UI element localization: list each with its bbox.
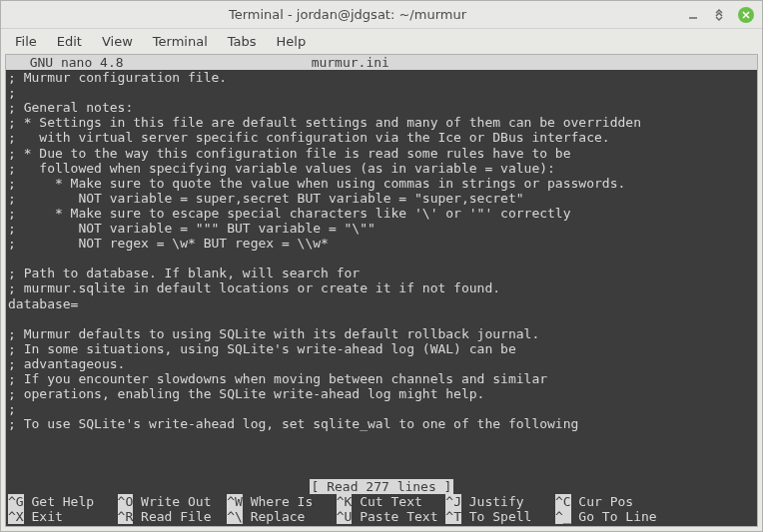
menu-edit[interactable]: Edit xyxy=(49,31,90,52)
window-title: Terminal - jordan@jdgsat: ~/murmur xyxy=(9,7,686,22)
close-button[interactable] xyxy=(738,7,754,23)
menu-terminal[interactable]: Terminal xyxy=(145,31,216,52)
minimize-button[interactable] xyxy=(686,8,700,22)
nano-shortcut-bar: ^G Get Help ^O Write Out ^W Where Is ^K … xyxy=(6,494,757,526)
menu-tabs[interactable]: Tabs xyxy=(220,31,265,52)
nano-header: GNU nano 4.8 murmur.ini xyxy=(6,55,757,70)
window-controls xyxy=(686,7,754,23)
maximize-button[interactable] xyxy=(712,8,726,22)
menu-help[interactable]: Help xyxy=(269,31,315,52)
app-window: Terminal - jordan@jdgsat: ~/murmur File … xyxy=(0,0,763,532)
menubar: File Edit View Terminal Tabs Help xyxy=(1,29,762,54)
nano-status-text: [ Read 277 lines ] xyxy=(310,479,454,494)
terminal-pane[interactable]: GNU nano 4.8 murmur.ini ; Murmur configu… xyxy=(5,54,758,527)
menu-view[interactable]: View xyxy=(94,31,141,52)
menu-file[interactable]: File xyxy=(7,31,45,52)
nano-status-line: [ Read 277 lines ] xyxy=(6,479,757,494)
titlebar: Terminal - jordan@jdgsat: ~/murmur xyxy=(1,1,762,29)
nano-editor-body[interactable]: ; Murmur configuration file. ; ; General… xyxy=(6,70,757,479)
nano-version: GNU nano 4.8 xyxy=(6,55,124,70)
nano-filename: murmur.ini xyxy=(124,55,757,70)
